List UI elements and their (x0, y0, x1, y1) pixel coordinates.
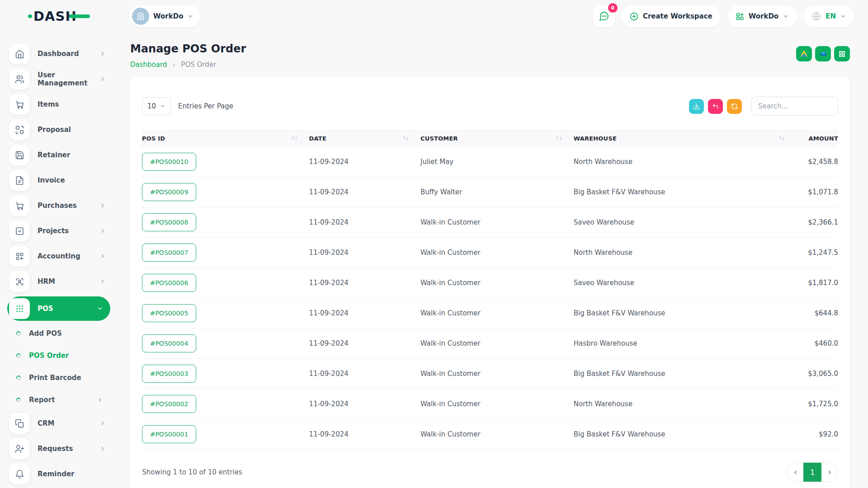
amount-cell: $92.0 (797, 419, 838, 450)
messages-button[interactable]: 0 (593, 5, 615, 27)
sidebar-item-pos[interactable]: POS (7, 296, 110, 321)
workspace-selector[interactable]: WorkDo (129, 5, 201, 27)
column-header-warehouse[interactable]: WAREHOUSE↑↓ (574, 131, 797, 147)
date-cell: 11-09-2024 (309, 389, 420, 419)
pos-id-link[interactable]: #POS00001 (142, 425, 196, 443)
sidebar-subitem-pos-order[interactable]: POS Order (9, 347, 109, 365)
sidebar-subitem-label: Print Barcode (29, 374, 81, 382)
date-cell: 11-09-2024 (309, 147, 420, 177)
sidebar-item-purchases[interactable]: Purchases (9, 195, 109, 216)
sidebar-item-accounting[interactable]: Accounting (9, 246, 109, 267)
sidebar-item-user-management[interactable]: User Management (9, 69, 109, 89)
chevron-right-icon (99, 202, 106, 209)
warehouse-cell: Big Basket F&V Warehouse (574, 359, 797, 389)
sidebar-item-retainer[interactable]: Retainer (9, 145, 109, 165)
refresh-icon (731, 103, 738, 110)
customer-cell: Walk-in Customer (420, 419, 574, 450)
undo-arrow-icon (712, 103, 719, 110)
pos-order-table: POS ID↑↓ DATE↑↓ CUSTOMER↑↓ WAREHOUSE↑↓ A (142, 130, 838, 450)
onedrive-icon (819, 49, 828, 58)
chevron-down-icon (97, 305, 103, 312)
sidebar-item-dashboard[interactable]: Dashboard (9, 43, 109, 64)
warehouse-cell: Saveo Warehouse (574, 268, 797, 298)
column-header-date[interactable]: DATE↑↓ (309, 131, 420, 147)
pos-id-link[interactable]: #POS00003 (142, 365, 196, 383)
pos-id-link[interactable]: #POS00009 (142, 183, 196, 201)
create-workspace-button[interactable]: Create Workspace (621, 5, 721, 27)
sidebar-item-items[interactable]: Items (9, 94, 109, 115)
invoice-document-icon (9, 170, 30, 191)
pos-id-link[interactable]: #POS00005 (142, 304, 196, 322)
swap-squares-icon (9, 119, 30, 140)
column-header-customer[interactable]: CUSTOMER↑↓ (420, 131, 574, 147)
pos-id-link[interactable]: #POS00010 (142, 153, 196, 171)
reset-button[interactable] (708, 99, 723, 114)
logo-accent-bar (69, 14, 90, 18)
sidebar-item-label: HRM (38, 277, 55, 286)
date-cell: 11-09-2024 (309, 359, 420, 389)
sidebar-item-projects[interactable]: Projects (9, 221, 109, 241)
sidebar-item-invoice[interactable]: Invoice (9, 170, 109, 191)
page-number-button[interactable]: 1 (803, 462, 821, 482)
date-cell: 11-09-2024 (309, 177, 420, 207)
sidebar-item-label: Reminder (38, 470, 74, 478)
chevron-right-icon (99, 278, 106, 285)
sidebar-item-hrm[interactable]: HRM (9, 271, 109, 292)
date-cell: 11-09-2024 (309, 268, 420, 298)
table-row: #POS00003 11-09-2024 Walk-in Customer Bi… (142, 359, 838, 389)
pos-id-link[interactable]: #POS00006 (142, 274, 196, 292)
google-drive-button[interactable] (796, 46, 812, 61)
bullet-icon (15, 330, 21, 336)
user-scan-icon (9, 271, 30, 292)
chevron-right-icon (99, 51, 106, 57)
grid-view-button[interactable] (834, 46, 850, 61)
pos-id-link[interactable]: #POS00004 (142, 334, 196, 352)
sidebar-subitem-print-barcode[interactable]: Print Barcode (9, 369, 109, 387)
sidebar-subitem-report[interactable]: Report (9, 391, 109, 409)
onedrive-button[interactable] (815, 46, 831, 61)
language-selector[interactable]: EN (803, 5, 854, 27)
date-cell: 11-09-2024 (309, 328, 420, 359)
sidebar-item-reminder[interactable]: Reminder (9, 464, 109, 484)
chevron-down-icon (160, 103, 165, 109)
pos-id-link[interactable]: #POS00008 (142, 213, 196, 231)
logo-accent-dot (28, 14, 32, 18)
sort-icon: ↑↓ (291, 136, 297, 141)
language-code: EN (826, 12, 836, 20)
date-cell: 11-09-2024 (309, 238, 420, 268)
breadcrumb-dashboard-link[interactable]: Dashboard (130, 61, 167, 69)
bullet-icon (15, 397, 21, 403)
chevron-right-icon (99, 76, 106, 82)
warehouse-cell: North Warehouse (574, 389, 797, 419)
column-header-amount[interactable]: AMOUNT (797, 131, 838, 147)
entries-per-page-select[interactable]: 10 (142, 97, 171, 115)
next-page-button[interactable] (821, 462, 838, 482)
app-menu-button[interactable]: WorkDo (727, 5, 797, 27)
table-row: #POS00004 11-09-2024 Walk-in Customer Ha… (142, 328, 838, 359)
warehouse-cell: Big Basket F&V Warehouse (574, 177, 797, 207)
sidebar-item-proposal[interactable]: Proposal (9, 119, 109, 140)
table-row: #POS00006 11-09-2024 Walk-in Customer Sa… (142, 268, 838, 298)
refresh-button[interactable] (727, 99, 742, 114)
pos-id-link[interactable]: #POS00007 (142, 244, 196, 262)
sidebar-item-crm[interactable]: CRM (9, 413, 109, 434)
sidebar: Dashboard User Management Items Pr (0, 33, 118, 488)
grid-plus-icon (9, 246, 30, 267)
date-cell: 11-09-2024 (309, 207, 420, 238)
export-button[interactable] (689, 99, 704, 114)
column-header-pos-id[interactable]: POS ID↑↓ (142, 131, 309, 147)
pos-id-link[interactable]: #POS00002 (142, 395, 196, 413)
previous-page-button[interactable] (787, 462, 803, 482)
sidebar-item-label: Invoice (38, 176, 65, 184)
breadcrumb-current: POS Order (181, 61, 216, 69)
date-cell: 11-09-2024 (309, 419, 420, 450)
warehouse-cell: Big Basket F&V Warehouse (574, 419, 797, 450)
sidebar-item-label: POS (38, 305, 53, 313)
integration-buttons (796, 46, 850, 61)
app-logo[interactable]: DASH (0, 9, 118, 24)
customer-cell: Walk-in Customer (420, 207, 574, 238)
search-input[interactable] (751, 97, 838, 116)
sidebar-subitem-add-pos[interactable]: Add POS (9, 324, 109, 343)
amount-cell: $3,065.0 (797, 359, 838, 389)
sidebar-item-requests[interactable]: Requests (9, 438, 109, 459)
